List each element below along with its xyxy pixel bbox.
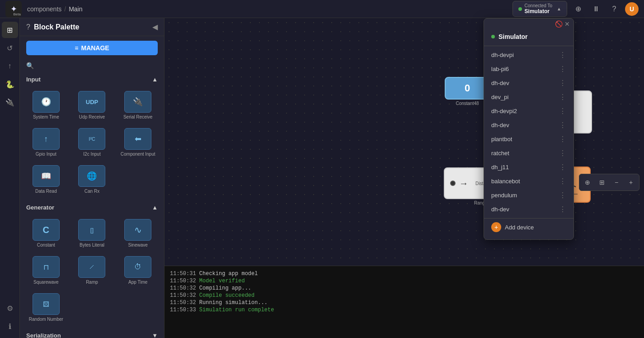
sinewave-block: ∿ [124,219,151,241]
device-menu-icon[interactable]: ⋮ [559,93,566,101]
serial-receive-block: 🔌 [124,91,151,113]
palette-can-rx[interactable]: 🌐 Can Rx [71,162,114,197]
serialization-section-header[interactable]: Serialization ▼ [20,329,164,338]
device-item-dh-devpi[interactable]: dh-devpi ⋮ [484,48,573,62]
palette-gpio-input[interactable]: ↑ Gpio Input [24,125,68,160]
dropdown-close-button[interactable]: ✕ [564,20,570,28]
palette-system-time[interactable]: 🕐 System Time [24,88,68,123]
device-menu-icon[interactable]: ⋮ [559,135,566,143]
connected-simulator-button[interactable]: Connected To Simulator [512,1,567,17]
constant48-label: Constant48 [445,101,490,106]
canvas-zoom-out-button[interactable]: − [610,176,623,189]
input-chevron-icon: ▲ [152,76,158,83]
pause-icon-button[interactable]: ⏸ [589,2,603,16]
random-number-label: Random Number [29,317,63,322]
log-line-4: 11:50:32 Compile succeeded [170,292,639,299]
palette-serial-receive[interactable]: 🔌 Serial Receive [116,88,160,123]
device-menu-icon[interactable]: ⋮ [559,149,566,157]
device-menu-icon[interactable]: ⋮ [559,191,566,200]
device-item-dh-dev-1[interactable]: dh-dev ⋮ [484,76,573,90]
breadcrumb-current: Main [69,5,82,13]
simulator-label: Simulator [525,8,550,14]
breadcrumb-sep: / [64,5,66,13]
device-item-plantbot[interactable]: plantbot ⋮ [484,132,573,146]
node-constant48[interactable]: 0 Constant48 [445,77,490,106]
device-menu-icon[interactable]: ⋮ [559,163,566,171]
topbar-right: Connected To Simulator ⊕ ⏸ ? U [512,1,639,17]
device-item-dh-dev-3[interactable]: dh-dev ⋮ [484,202,573,216]
palette-sinewave[interactable]: ∿ Sinewave [116,216,160,251]
palette-squarewave[interactable]: ⊓ Squarewave [24,253,68,288]
device-menu-icon[interactable]: ⋮ [559,51,566,59]
palette-udp-receive[interactable]: UDP Udp Receive [71,88,114,123]
device-menu-icon[interactable]: ⋮ [559,79,566,87]
input-palette-grid: 🕐 System Time UDP Udp Receive 🔌 Serial R… [20,86,164,200]
ramp-label: Ramp [86,280,98,285]
device-menu-icon[interactable]: ⋮ [559,205,566,214]
ramp-block: ⟋ [78,256,105,278]
device-menu-icon[interactable]: ⋮ [559,65,566,73]
manage-button[interactable]: ≡ MANAGE [26,41,158,55]
manage-icon: ≡ [75,44,78,52]
can-rx-label: Can Rx [85,189,99,194]
data-read-label: Data Read [35,189,57,194]
app-logo: ✦ Beta [5,1,22,17]
log-line-6: 11:50:33 Simulation run complete [170,307,639,313]
palette-ramp[interactable]: ⟋ Ramp [71,253,114,288]
nav-settings-icon[interactable]: ⚙ [2,300,18,316]
breadcrumb-root[interactable]: components [27,5,61,13]
can-rx-block: 🌐 [78,165,105,187]
nav-history-icon[interactable]: ↺ [2,40,18,56]
help-icon-button[interactable]: ? [607,2,621,16]
udp-receive-label: Udp Receive [79,114,105,120]
palette-section-serialization: Serialization ▼ [20,329,164,338]
palette-constant[interactable]: C Constant [24,216,68,251]
udp-receive-block: UDP [78,91,105,113]
device-item-lab-pi6[interactable]: lab-pi6 ⋮ [484,62,573,76]
nav-python-icon[interactable]: 🐍 [2,76,18,92]
navigate-icon-button[interactable]: ⊕ [571,2,585,16]
bytes-literal-label: Bytes Literal [80,243,104,248]
device-item-dh-j11[interactable]: dh_j11 ⋮ [484,160,573,174]
dropdown-simulator-item[interactable]: Simulator [484,28,573,46]
device-item-balancebot[interactable]: balancebot ⋮ [484,174,573,188]
nav-grid-icon[interactable]: ⊞ [2,22,18,38]
palette-data-read[interactable]: 📖 Data Read [24,162,68,197]
topbar: ✦ Beta components / Main Connected To Si… [0,0,644,18]
connected-to-label: Connected To [525,3,553,8]
add-device-button[interactable]: + Add device [484,218,573,236]
palette-bytes-literal[interactable]: [] Bytes Literal [71,216,114,251]
device-menu-icon[interactable]: ⋮ [559,121,566,129]
main-layout: ⊞ ↺ ↑ 🐍 🔌 ⚙ ℹ ? Block Palette ◀ ≡ MANAGE [0,18,644,338]
nav-export-icon[interactable]: ↑ [2,58,18,74]
palette-i2c-input[interactable]: I²C I2c Input [71,125,114,160]
input-section-header[interactable]: Input ▲ [20,73,164,86]
palette-component-input[interactable]: ⬅ Component Input [116,125,160,160]
search-input[interactable] [26,62,158,69]
sidebar-collapse-icon[interactable]: ◀ [152,23,158,31]
device-item-pendulum[interactable]: pendulum ⋮ [484,188,573,202]
avatar[interactable]: U [625,2,639,16]
nav-info-icon[interactable]: ℹ [2,318,18,334]
palette-random-number[interactable]: ⚄ Random Number [24,290,68,325]
device-item-dev-pi[interactable]: dev_pi ⋮ [484,90,573,104]
device-item-ratchet[interactable]: ratchet ⋮ [484,146,573,160]
beta-label: Beta [14,12,21,16]
generator-section-header[interactable]: Generator ▲ [20,201,164,214]
palette-app-time[interactable]: ⏱ App Time [116,253,160,288]
canvas-zoom-in-button[interactable]: + [625,176,637,189]
nav-plugin-icon[interactable]: 🔌 [2,94,18,110]
serialization-section-label: Serialization [26,332,61,338]
i2c-input-block: I²C [78,128,105,150]
dropdown-panel: 🚫 ✕ Simulator dh-devpi ⋮ lab-pi6 ⋮ dh-de… [484,18,574,240]
dropdown-minimize-button[interactable]: 🚫 [555,20,563,28]
chevron-up-icon [557,6,561,11]
palette-help-icon[interactable]: ? [26,23,30,31]
device-menu-icon[interactable]: ⋮ [559,107,566,115]
left-nav: ⊞ ↺ ↑ 🐍 🔌 ⚙ ℹ [0,18,20,338]
device-item-dh-dev-2[interactable]: dh-dev ⋮ [484,118,573,132]
canvas-grid-button[interactable]: ⊞ [596,176,608,189]
device-menu-icon[interactable]: ⋮ [559,177,566,186]
canvas-target-button[interactable]: ⊕ [581,176,594,189]
device-item-dh-devpi2[interactable]: dh-devpi2 ⋮ [484,104,573,118]
